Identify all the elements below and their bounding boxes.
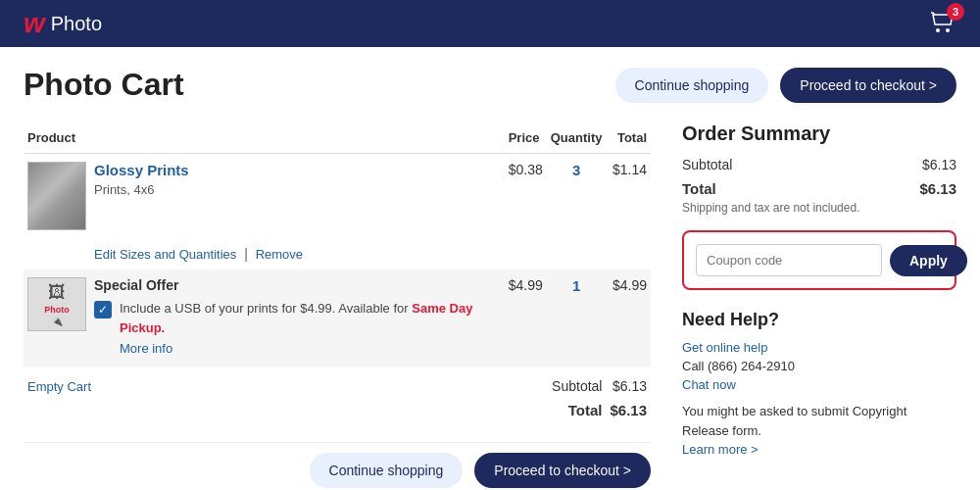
product-header: Product xyxy=(24,122,505,154)
edit-remove-row: Edit Sizes and Quantities | Remove xyxy=(24,238,651,270)
product-total-cell: $1.14 xyxy=(606,154,651,239)
summary-subtotal-value: $6.13 xyxy=(922,157,956,172)
product-description: Prints, 4x6 xyxy=(94,182,501,197)
product-image xyxy=(27,162,86,230)
copyright-description: You might be asked to submit Copyright R… xyxy=(682,404,906,438)
header-photo-label: Photo xyxy=(51,13,102,35)
product-image-inner xyxy=(28,163,85,229)
subtotal-value: $6.13 xyxy=(606,367,651,398)
chat-now-link[interactable]: Chat now xyxy=(682,377,956,392)
online-help-link[interactable]: Get online help xyxy=(682,340,956,355)
total-header: Total xyxy=(606,122,651,154)
special-offer-content: ✓ Include a USB of your prints for $4.99… xyxy=(94,299,501,359)
product-quantity-cell: 3 xyxy=(547,154,607,239)
cart-icon[interactable]: 3 xyxy=(929,9,956,39)
product-name: Glossy Prints xyxy=(94,162,501,178)
title-row: Photo Cart Continue shopping Proceed to … xyxy=(24,67,956,103)
glossy-prints-row: Glossy Prints Prints, 4x6 $0.38 3 $1.14 xyxy=(24,154,651,239)
usb-plug-icon: 🔌 xyxy=(52,317,63,326)
need-help-title: Need Help? xyxy=(682,310,956,330)
remove-link[interactable]: Remove xyxy=(256,247,303,262)
logo: w Photo xyxy=(24,8,102,39)
special-offer-image-cell: 🖼 Photo 🔌 xyxy=(24,270,90,367)
header: w Photo 3 xyxy=(0,0,980,47)
total-row: Total $6.13 xyxy=(24,398,651,422)
empty-cart-link[interactable]: Empty Cart xyxy=(27,379,91,394)
summary-subtotal-row: Subtotal $6.13 xyxy=(682,157,956,172)
special-offer-total-cell: $4.99 xyxy=(606,270,651,367)
shipping-note: Shipping and tax are not included. xyxy=(682,201,956,215)
coupon-input[interactable] xyxy=(696,244,882,276)
special-offer-price-cell: $4.99 xyxy=(505,270,547,367)
table-header-row: Product Price Quantity Total xyxy=(24,122,651,154)
svg-point-1 xyxy=(946,28,950,32)
cart-section: Product Price Quantity Total xyxy=(24,122,651,488)
offer-text: Include a USB of your prints for $4.99. … xyxy=(120,299,501,359)
price-header: Price xyxy=(505,122,547,154)
special-offer-title: Special Offer xyxy=(94,277,501,293)
apply-button[interactable]: Apply xyxy=(890,245,967,276)
summary-subtotal-label: Subtotal xyxy=(682,157,732,172)
offer-description: Include a USB of your prints for $4.99. … xyxy=(120,301,409,316)
usb-icon: 🖼 xyxy=(48,282,66,303)
summary-total-row: Total $6.13 xyxy=(682,180,956,197)
product-info-cell: Glossy Prints Prints, 4x6 xyxy=(90,154,505,239)
continue-shopping-top-button[interactable]: Continue shopping xyxy=(615,68,769,103)
summary-total-value: $6.13 xyxy=(919,180,956,197)
total-label: Total xyxy=(547,398,607,422)
more-info-link[interactable]: More info xyxy=(120,339,501,359)
photo-label: Photo xyxy=(44,305,70,315)
product-price-cell: $0.38 xyxy=(505,154,547,239)
proceed-checkout-bottom-button[interactable]: Proceed to checkout > xyxy=(474,453,651,488)
edit-sizes-link[interactable]: Edit Sizes and Quantities xyxy=(94,247,236,262)
subtotal-row: Empty Cart Subtotal $6.13 xyxy=(24,367,651,398)
product-table: Product Price Quantity Total xyxy=(24,122,651,422)
bottom-buttons: Continue shopping Proceed to checkout > xyxy=(24,442,651,488)
title-buttons: Continue shopping Proceed to checkout > xyxy=(615,68,956,103)
proceed-checkout-top-button[interactable]: Proceed to checkout > xyxy=(780,68,956,103)
empty-cart-cell: Empty Cart xyxy=(24,367,505,398)
separator: | xyxy=(244,246,248,262)
subtotal-label: Subtotal xyxy=(547,367,607,398)
special-offer-info-cell: Special Offer ✓ Include a USB of your pr… xyxy=(90,270,505,367)
order-summary-section: Order Summary Subtotal $6.13 Total $6.13… xyxy=(682,122,956,488)
summary-total-label: Total xyxy=(682,180,716,197)
checkmark-icon: ✓ xyxy=(98,303,108,317)
learn-more-link[interactable]: Learn more > xyxy=(682,442,759,457)
main-content: Photo Cart Continue shopping Proceed to … xyxy=(0,47,980,490)
coupon-box: Apply xyxy=(682,230,956,290)
usb-thumb: 🖼 Photo 🔌 xyxy=(27,277,86,331)
total-value: $6.13 xyxy=(606,398,651,422)
svg-point-0 xyxy=(936,28,940,32)
product-image-cell xyxy=(24,154,90,239)
edit-remove-cell: Edit Sizes and Quantities | Remove xyxy=(90,238,651,270)
walgreens-w-icon: w xyxy=(24,8,45,39)
page-title: Photo Cart xyxy=(24,67,184,103)
copyright-text: You might be asked to submit Copyright R… xyxy=(682,402,956,460)
phone-text: Call (866) 264-2910 xyxy=(682,359,956,373)
quantity-header: Quantity xyxy=(547,122,607,154)
order-summary-title: Order Summary xyxy=(682,122,956,145)
content-layout: Product Price Quantity Total xyxy=(24,122,956,488)
special-offer-row: 🖼 Photo 🔌 Special Offer ✓ xyxy=(24,270,651,367)
special-offer-quantity-cell: 1 xyxy=(547,270,607,367)
special-offer-checkbox[interactable]: ✓ xyxy=(94,301,112,318)
cart-count-badge: 3 xyxy=(947,3,964,21)
continue-shopping-bottom-button[interactable]: Continue shopping xyxy=(310,453,464,488)
